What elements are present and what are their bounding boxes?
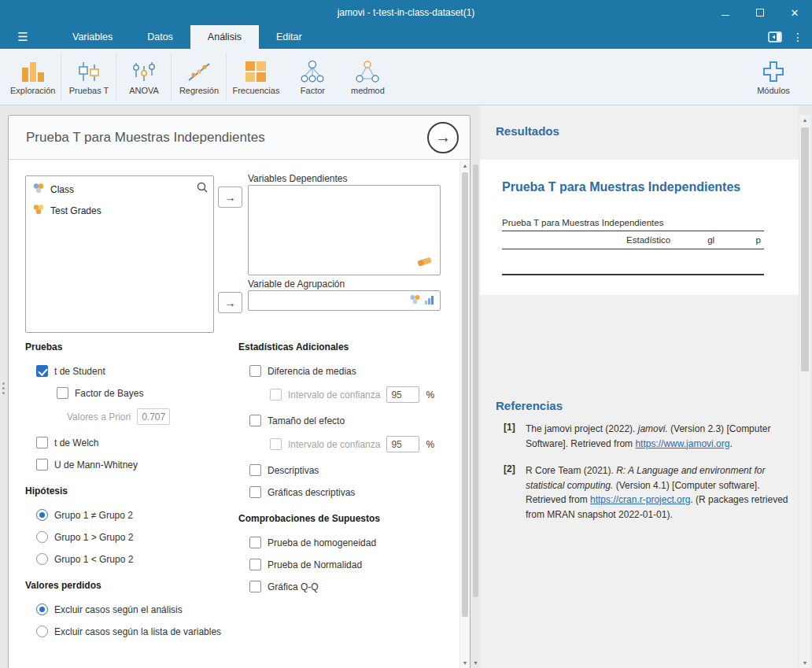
checkbox-disabled-icon[interactable] bbox=[270, 389, 282, 400]
move-to-dependent-button[interactable]: → bbox=[218, 186, 242, 208]
analysis-panel-body: Class Test Grades → → Variables Dependie… bbox=[9, 161, 470, 668]
available-variables-list[interactable]: Class Test Grades bbox=[25, 175, 214, 333]
homogeneity-test-option[interactable]: Prueba de homogeneidad bbox=[238, 536, 463, 549]
missing-option-per-analysis[interactable]: Excluir casos según el análisis bbox=[25, 603, 234, 616]
radio-icon[interactable] bbox=[36, 553, 48, 565]
ci-mean-difference-input[interactable] bbox=[386, 386, 419, 403]
tool-medmod[interactable]: medmod bbox=[340, 53, 395, 101]
tests-section-title: Pruebas bbox=[25, 341, 234, 355]
radio-icon[interactable] bbox=[36, 531, 48, 543]
checkbox-icon[interactable] bbox=[57, 387, 68, 399]
missing-option-listwise[interactable]: Excluir casos según la lista de variable… bbox=[25, 625, 234, 638]
maximize-button[interactable] bbox=[743, 0, 777, 25]
kebab-menu-button[interactable]: ⋮ bbox=[790, 28, 806, 46]
radio-selected-icon[interactable] bbox=[36, 509, 48, 521]
effect-size-label: Tamaño del efecto bbox=[268, 415, 345, 426]
hypothesis-option-greater[interactable]: Grupo 1 > Grupo 2 bbox=[25, 530, 234, 544]
normality-test-label: Prueba de Normalidad bbox=[268, 559, 362, 570]
student-t-option[interactable]: t de Student bbox=[25, 364, 234, 378]
missing-label: Excluir casos según el análisis bbox=[54, 604, 183, 615]
results-scrollbar[interactable]: ▲ ▼ bbox=[799, 115, 810, 668]
tool-regresion[interactable]: Regresión bbox=[172, 53, 227, 101]
checkbox-disabled-icon[interactable] bbox=[270, 438, 282, 450]
scroll-down-icon[interactable]: ▼ bbox=[471, 658, 480, 668]
scroll-down-icon[interactable]: ▼ bbox=[460, 658, 470, 668]
hypothesis-option-less[interactable]: Grupo 1 < Grupo 2 bbox=[25, 552, 234, 566]
analysis-panel-title: Prueba T para Muestras Independientes bbox=[26, 130, 265, 146]
descriptive-plots-label: Gráficas descriptivas bbox=[268, 487, 355, 498]
cran-link[interactable]: https://cran.r-project.org bbox=[590, 494, 690, 505]
mini-barchart-icon bbox=[424, 294, 435, 308]
analysis-panel-scrollbar[interactable]: ▲ ▼ bbox=[460, 161, 470, 668]
mann-whitney-option[interactable]: U de Mann-Whitney bbox=[25, 458, 234, 471]
tool-frecuencias[interactable]: Frecuencias bbox=[227, 53, 285, 101]
left-edge-drag-handle[interactable] bbox=[2, 382, 5, 385]
splitter-scrollbar[interactable]: ▼ bbox=[471, 164, 480, 668]
scrollbar-thumb[interactable] bbox=[801, 127, 809, 371]
tab-analisis[interactable]: Análisis bbox=[190, 25, 259, 49]
checkbox-icon[interactable] bbox=[36, 437, 48, 448]
checkbox-icon[interactable] bbox=[249, 464, 261, 476]
anova-errorbars-icon bbox=[131, 58, 157, 83]
prior-value-input[interactable] bbox=[137, 408, 170, 425]
collapse-analysis-button[interactable]: → bbox=[427, 122, 459, 153]
ci-effect-size-input[interactable] bbox=[386, 436, 419, 452]
checkbox-icon[interactable] bbox=[249, 415, 261, 426]
checkbox-checked-icon[interactable] bbox=[36, 365, 48, 377]
descriptives-option[interactable]: Descriptivas bbox=[238, 463, 463, 477]
tab-datos[interactable]: Datos bbox=[130, 25, 190, 49]
tab-editar[interactable]: Editar bbox=[259, 25, 319, 49]
qq-plot-option[interactable]: Gráfica Q-Q bbox=[238, 580, 463, 593]
ci-effect-size-option[interactable]: Intervalo de confianza % bbox=[238, 436, 463, 452]
eraser-icon bbox=[416, 254, 434, 271]
dependent-variables-box[interactable] bbox=[248, 185, 441, 275]
hypothesis-option-not-equal[interactable]: Grupo 1 ≠ Grupo 2 bbox=[25, 508, 234, 522]
search-icon[interactable] bbox=[196, 181, 209, 196]
scroll-up-icon[interactable]: ▲ bbox=[799, 115, 810, 125]
checkbox-icon[interactable] bbox=[249, 581, 261, 592]
jamovi-window: jamovi - t-test-in-class-dataset(1) ✕ ☰ … bbox=[0, 0, 812, 668]
checkbox-icon[interactable] bbox=[249, 537, 261, 548]
tool-anova[interactable]: ANOVA bbox=[116, 53, 172, 101]
effect-size-option[interactable]: Tamaño del efecto bbox=[238, 414, 463, 427]
move-to-grouping-button[interactable]: → bbox=[218, 292, 242, 313]
normality-test-option[interactable]: Prueba de Normalidad bbox=[238, 558, 463, 571]
tab-variables[interactable]: Variables bbox=[55, 25, 130, 49]
ci-mean-difference-label: Intervalo de confianza bbox=[288, 389, 380, 400]
checkbox-icon[interactable] bbox=[36, 459, 48, 471]
modules-button[interactable]: Módulos bbox=[746, 53, 801, 101]
descriptive-plots-option[interactable]: Gráficas descriptivas bbox=[238, 485, 463, 499]
scrollbar-thumb[interactable] bbox=[473, 164, 478, 597]
results-heading: Prueba T para Muestras Independientes bbox=[502, 180, 799, 194]
scroll-up-icon[interactable]: ▲ bbox=[460, 161, 470, 171]
results-panel-toggle-button[interactable] bbox=[765, 28, 785, 46]
welch-t-option[interactable]: t de Welch bbox=[25, 436, 234, 449]
minimize-button[interactable] bbox=[708, 0, 743, 25]
variable-item-test-grades[interactable]: Test Grades bbox=[26, 200, 213, 221]
medmod-triangle-icon bbox=[354, 58, 381, 83]
hamburger-menu-button[interactable]: ☰ bbox=[0, 25, 46, 49]
tests-column: Pruebas t de Student Factor de Bayes Val… bbox=[25, 341, 234, 647]
radio-icon[interactable] bbox=[36, 626, 48, 637]
reference-title-italic: jamovi. bbox=[638, 423, 668, 434]
tool-label: Regresión bbox=[179, 86, 219, 95]
close-button[interactable]: ✕ bbox=[777, 0, 812, 25]
homogeneity-test-label: Prueba de homogeneidad bbox=[268, 537, 376, 548]
variable-item-class[interactable]: Class bbox=[26, 179, 213, 200]
bayes-factor-option[interactable]: Factor de Bayes bbox=[25, 386, 234, 400]
checkbox-icon[interactable] bbox=[249, 486, 261, 498]
ci-mean-difference-option[interactable]: Intervalo de confianza % bbox=[238, 386, 463, 403]
minimize-icon bbox=[722, 15, 729, 16]
grouping-variable-box[interactable] bbox=[248, 290, 441, 311]
tool-pruebas-t[interactable]: Pruebas T bbox=[61, 53, 116, 101]
checkbox-icon[interactable] bbox=[249, 559, 261, 570]
tool-factor[interactable]: Factor bbox=[285, 53, 340, 101]
scroll-down-icon[interactable]: ▼ bbox=[799, 658, 810, 668]
jamovi-org-link[interactable]: https://www.jamovi.org bbox=[635, 438, 729, 449]
scrollbar-thumb[interactable] bbox=[462, 172, 468, 617]
group-cluster-icon bbox=[409, 294, 421, 307]
radio-selected-icon[interactable] bbox=[36, 603, 48, 615]
mean-difference-option[interactable]: Diferencia de medias bbox=[238, 364, 463, 378]
checkbox-icon[interactable] bbox=[249, 365, 261, 377]
tool-exploracion[interactable]: Exploración bbox=[5, 53, 61, 101]
